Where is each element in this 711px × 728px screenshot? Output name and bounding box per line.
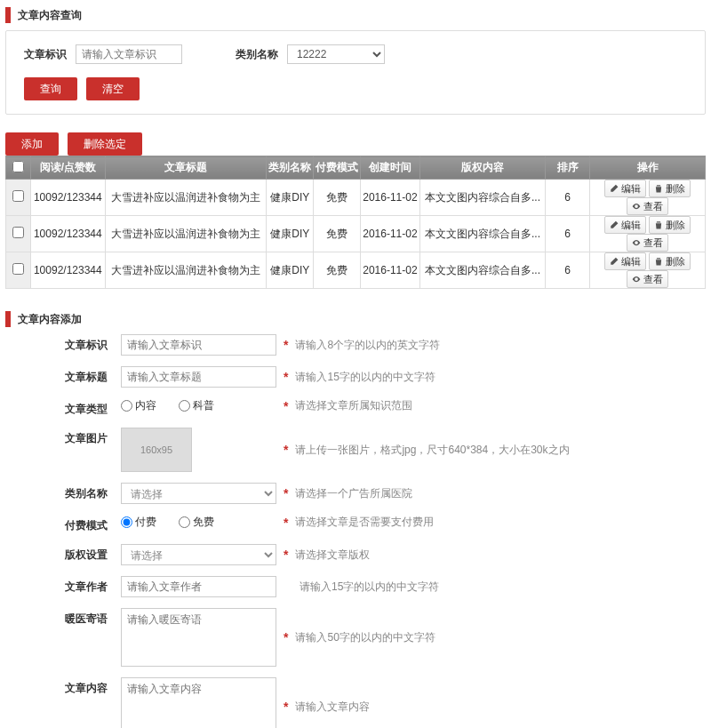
form-copyright-select[interactable]: 请选择 xyxy=(121,544,276,565)
section-marker xyxy=(5,311,11,327)
cell-sort: 6 xyxy=(546,252,590,289)
form-label-article-image: 文章图片 xyxy=(45,428,121,446)
cell-copyright: 本文文图内容综合自多... xyxy=(420,216,546,252)
cell-reads: 10092/123344 xyxy=(31,216,106,252)
hint-article-title: 请输入15字的以内的中文字符 xyxy=(295,370,435,385)
cell-createtime: 2016-11-02 xyxy=(360,180,419,216)
label-article-id: 文章标识 xyxy=(24,47,67,62)
required-star: * xyxy=(284,399,288,413)
hint-author: 请输入15字的以内的中文字符 xyxy=(300,580,439,595)
radio-free[interactable]: 免费 xyxy=(179,515,214,530)
required-star: * xyxy=(284,548,288,562)
delete-button[interactable]: 删除 xyxy=(649,252,691,270)
select-all-checkbox[interactable] xyxy=(12,161,24,172)
cell-createtime: 2016-11-02 xyxy=(360,252,419,289)
cell-createtime: 2016-11-02 xyxy=(360,216,419,252)
row-checkbox[interactable] xyxy=(12,190,24,202)
th-createtime: 创建时间 xyxy=(360,156,419,180)
cell-ops: 编辑 删除 查看 xyxy=(590,216,706,252)
section-title-search: 文章内容查询 xyxy=(18,8,82,23)
radio-type-science[interactable]: 科普 xyxy=(179,398,214,413)
required-star: * xyxy=(284,443,288,457)
cell-copyright: 本文文图内容综合自多... xyxy=(420,180,546,216)
row-checkbox[interactable] xyxy=(12,227,24,238)
form-content-textarea[interactable] xyxy=(121,677,276,728)
form-label-content: 文章内容 xyxy=(45,677,121,696)
radio-type-content[interactable]: 内容 xyxy=(121,398,156,413)
hint-whisper: 请输入50字的以内的中文字符 xyxy=(295,630,435,645)
section-title-add: 文章内容添加 xyxy=(18,312,82,327)
form-label-copyright: 版权设置 xyxy=(45,544,121,563)
section-marker xyxy=(5,7,11,23)
form-label-article-type: 文章类型 xyxy=(45,398,121,417)
view-button[interactable]: 查看 xyxy=(627,234,668,252)
form-author-input[interactable] xyxy=(121,576,276,597)
required-star: * xyxy=(284,338,288,352)
th-title: 文章标题 xyxy=(105,156,267,180)
table-row: 10092/123344大雪进补应以温润进补食物为主健康DIY免费2016-11… xyxy=(6,216,706,252)
form-category-select[interactable]: 请选择 xyxy=(121,483,276,504)
th-sort: 排序 xyxy=(546,156,590,180)
delete-selected-button[interactable]: 删除选定 xyxy=(68,132,142,156)
view-button[interactable]: 查看 xyxy=(627,270,668,288)
delete-button[interactable]: 删除 xyxy=(649,216,691,234)
label-category: 类别名称 xyxy=(236,47,278,62)
hint-copyright: 请选择文章版权 xyxy=(295,548,370,563)
search-panel: 文章标识 类别名称 12222 查询 清空 xyxy=(5,30,706,115)
th-copyright: 版权内容 xyxy=(420,156,546,180)
required-star: * xyxy=(284,700,288,714)
cell-sort: 6 xyxy=(546,180,590,216)
cell-ops: 编辑 删除 查看 xyxy=(590,180,706,216)
add-button[interactable]: 添加 xyxy=(5,132,59,156)
cell-paymode: 免费 xyxy=(314,252,361,289)
delete-button[interactable]: 删除 xyxy=(649,180,691,197)
edit-button[interactable]: 编辑 xyxy=(604,216,646,234)
search-article-id-input[interactable] xyxy=(76,44,182,64)
hint-article-image: 请上传一张图片，格式jpg，尺寸640*384，大小在30k之内 xyxy=(295,443,569,458)
table-row: 10092/123344大雪进补应以温润进补食物为主健康DIY免费2016-11… xyxy=(6,180,706,216)
form-article-title-input[interactable] xyxy=(121,366,276,388)
radio-paid[interactable]: 付费 xyxy=(121,515,156,530)
article-table: 阅读/点赞数 文章标题 类别名称 付费模式 创建时间 版权内容 排序 操作 10… xyxy=(5,156,706,289)
th-paymode: 付费模式 xyxy=(314,156,361,180)
cell-sort: 6 xyxy=(546,216,590,252)
cell-paymode: 免费 xyxy=(314,180,361,216)
form-article-id-input[interactable] xyxy=(121,334,276,356)
hint-paymode: 请选择文章是否需要支付费用 xyxy=(295,515,434,530)
th-category: 类别名称 xyxy=(267,156,314,180)
row-checkbox[interactable] xyxy=(12,263,24,275)
cell-reads: 10092/123344 xyxy=(31,180,106,216)
query-button[interactable]: 查询 xyxy=(24,77,77,100)
edit-button[interactable]: 编辑 xyxy=(604,252,646,270)
cell-title: 大雪进补应以温润进补食物为主 xyxy=(105,252,267,289)
hint-category: 请选择一个广告所属医院 xyxy=(295,486,412,501)
form-label-article-id: 文章标识 xyxy=(45,334,121,353)
th-ops: 操作 xyxy=(590,156,706,180)
form-label-author: 文章作者 xyxy=(45,576,121,595)
cell-category: 健康DIY xyxy=(267,252,314,289)
cell-reads: 10092/123344 xyxy=(31,252,106,289)
search-category-select[interactable]: 12222 xyxy=(287,44,385,64)
th-reads: 阅读/点赞数 xyxy=(31,156,106,180)
form-label-paymode: 付费模式 xyxy=(45,515,121,533)
cell-copyright: 本文文图内容综合自多... xyxy=(420,252,546,289)
hint-content: 请输入文章内容 xyxy=(295,700,370,715)
clear-button[interactable]: 清空 xyxy=(86,77,140,100)
required-star: * xyxy=(284,516,288,530)
cell-title: 大雪进补应以温润进补食物为主 xyxy=(105,180,267,216)
cell-paymode: 免费 xyxy=(314,216,361,252)
hint-article-id: 请输入8个字的以内的英文字符 xyxy=(295,338,440,353)
required-star: * xyxy=(284,370,288,384)
form-whisper-textarea[interactable] xyxy=(121,608,276,667)
view-button[interactable]: 查看 xyxy=(627,197,668,215)
edit-button[interactable]: 编辑 xyxy=(604,180,646,197)
form-label-whisper: 暖医寄语 xyxy=(45,608,121,627)
cell-title: 大雪进补应以温润进补食物为主 xyxy=(105,216,267,252)
required-star: * xyxy=(284,486,288,500)
cell-ops: 编辑 删除 查看 xyxy=(590,252,706,289)
table-row: 10092/123344大雪进补应以温润进补食物为主健康DIY免费2016-11… xyxy=(6,252,706,289)
image-upload-placeholder[interactable]: 160x95 xyxy=(121,428,192,472)
cell-category: 健康DIY xyxy=(267,216,314,252)
form-label-article-title: 文章标题 xyxy=(45,366,121,385)
form-label-category: 类别名称 xyxy=(45,483,121,501)
